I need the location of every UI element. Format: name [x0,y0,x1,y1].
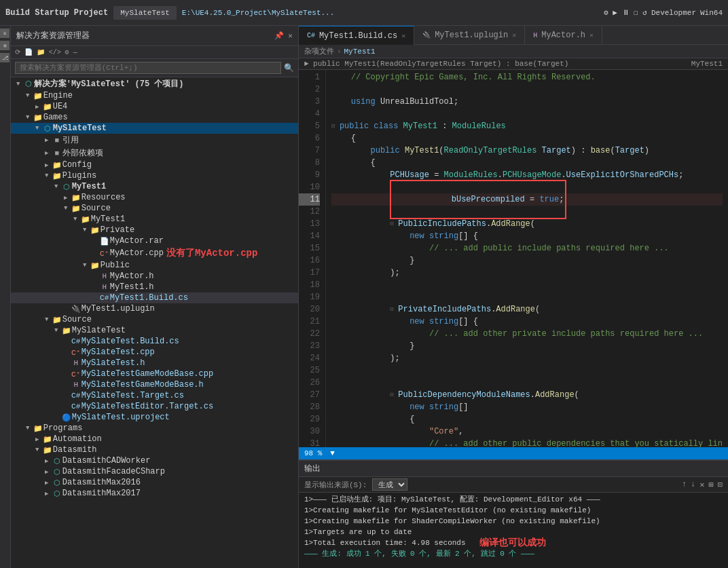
tree-container[interactable]: ▼ ⬡ 解决方案'MySlateTest' (75 个项目) ▼ 📁 Engin… [11,77,298,568]
output-icon-3[interactable]: ✕ [699,480,704,490]
output-line-3: 1>Creating makefile for ShaderCompileWor… [304,516,723,527]
sidebar-item-datasmith-cad[interactable]: ▶ ⬡ DatasmithCADWorker [11,455,298,466]
sidebar-item-source-plugin[interactable]: ▼ 📁 Source [11,203,298,214]
sidebar-item-mytest1-uplugin[interactable]: 🔌 MyTest1.uplugin [11,303,298,314]
collapse-13[interactable]: ⊟ [390,218,398,230]
public-icon: 📁 [90,261,101,270]
max2017-arrow: ▶ [42,490,52,497]
sidebar-item-myactor-cpp[interactable]: C⁺ MyActor.cpp 没有了MyActor.cpp [11,246,298,260]
filename-label: MyTest1 [691,60,723,68]
sidebar-item-source-games[interactable]: ▼ 📁 Source [11,314,298,325]
mytest1-inner-arrow: ▼ [71,216,80,223]
sidebar-item-gmb-h[interactable]: H MySlateTestGameModeBase.h [11,379,298,390]
sidebar-item-editor-target-cs[interactable]: C# MySlateTestEditor.Target.cs [11,401,298,412]
sidebar-item-programs[interactable]: ▼ 📁 Programs [11,423,298,434]
search-bar: 🔍 [11,59,298,77]
sidebar-item-myactor-h[interactable]: H MyActor.h [11,271,298,282]
mytest1-plugin-arrow: ▼ [52,183,61,190]
sidebar-item-mss-h[interactable]: H MySlateTest.h [11,358,298,368]
search-input[interactable] [15,62,281,74]
sidebar-item-gmb-cpp[interactable]: C⁺ MySlateTestGameModeBase.cpp [11,368,298,379]
tab-uplugin[interactable]: 🔌 MyTest1.uplugin ✕ [414,26,525,45]
sidebar-item-resources[interactable]: ▶ 📁 Resources [11,192,298,203]
sidebar-item-automation[interactable]: ▶ 📁 Automation [11,434,298,444]
sidebar-item-mytest1-plugin[interactable]: ▼ ⬡ MyTest1 [11,181,298,192]
path-content: ► public MyTest1(ReadOnlyTargetRules Tar… [304,60,568,68]
tab-myactor-h[interactable]: H MyActor.h ✕ [525,26,602,45]
output-annotation: 编译也可以成功 [479,537,546,548]
games-label: Games [43,113,68,122]
sidebar-item-public[interactable]: ▼ 📁 Public [11,260,298,271]
sidebar-item-config[interactable]: ▶ 📁 Config [11,159,298,170]
config-label[interactable]: Developmer [651,9,696,17]
sidebar-item-external[interactable]: ▶ ■ 外部依赖项 [11,147,298,159]
sync-icon[interactable]: ⟳ [15,48,20,56]
code-line-8: { [331,157,723,169]
myactor-cpp-label: MyActor.cpp [110,248,164,258]
sidebar-item-datasmith-max2017[interactable]: ▶ ⬡ DatasmithMax2017 [11,488,298,499]
sidebar-item-uproject[interactable]: 🔵 MySlateTest.uproject [11,412,298,423]
sidebar-item-datasmith-facade[interactable]: ▶ ⬡ DatasmithFacadeCSharp [11,466,298,477]
source-plugin-arrow: ▼ [61,205,71,212]
main-layout: ≡ ⊕ ⎇ 解决方案资源管理器 📌 ✕ ⟳ 📄 📁 </> ⚙ — 🔍 [0,26,728,568]
sidebar-item-datasmith[interactable]: ▼ 📁 Datasmith [11,444,298,455]
output-tab-label[interactable]: 输出 [304,463,321,474]
settings-icon[interactable]: ⚙ [65,48,69,56]
myslatetest-arrow: ▼ [33,125,42,132]
new-file-icon[interactable]: 📄 [24,48,33,56]
new-folder-icon[interactable]: 📁 [37,48,45,56]
scroll-indicator: ▼ [330,449,335,457]
output-icon-5[interactable]: ⊡ [718,480,723,490]
collapse-20[interactable]: ⊟ [390,303,398,316]
minus-icon[interactable]: — [73,49,77,56]
search-icon[interactable]: 🔍 [284,63,294,73]
source-plugin-label: Source [81,204,111,213]
activity-git[interactable]: ⎇ [0,53,10,62]
output-icon-4[interactable]: ⊞ [709,480,714,490]
sidebar-item-private[interactable]: ▼ 📁 Private [11,225,298,235]
sidebar-item-ue4[interactable]: ▶ 📁 UE4 [11,101,298,112]
output-source-select[interactable]: 生成 [372,478,407,491]
myslatetest-icon: ⬡ [42,124,53,133]
output-icon-1[interactable]: ↑ [682,480,687,490]
output-content: 1>——— 已启动生成: 项目: MySlateTest, 配置: Develo… [299,493,728,568]
myactor-rar-label: MyActor.rar [110,236,164,246]
sidebar-item-yinyong[interactable]: ▶ ■ 引用 [11,134,298,147]
activity-explorer[interactable]: ≡ [0,29,10,38]
close-sidebar-icon[interactable]: ✕ [288,31,293,40]
sidebar-item-target-cs[interactable]: C# MySlateTest.Target.cs [11,390,298,401]
sidebar-item-myactor-rar[interactable]: 📄 MyActor.rar [11,235,298,246]
code-content[interactable]: // Copyright Epic Games, Inc. All Rights… [326,70,728,447]
tab-uplugin-close[interactable]: ✕ [512,31,516,39]
breadcrumb-level2: MyTest1 [344,48,376,56]
collapse-27[interactable]: ⊟ [390,389,398,401]
sidebar-item-engine[interactable]: ▼ 📁 Engine [11,90,298,101]
code-line-5: ⊟ public class MyTest1 : ModuleRules [331,120,723,132]
sidebar-item-mytest1-build[interactable]: C# MyTest1.Build.cs [11,292,298,303]
tree-root[interactable]: ▼ ⬡ 解决方案'MySlateTest' (75 个项目) [11,77,298,90]
sidebar-item-plugins[interactable]: ▼ 📁 Plugins [11,170,298,181]
sidebar-item-mss-cpp[interactable]: C⁺ MySlateTest.cpp [11,347,298,358]
tab-build-cs[interactable]: C# MyTest1.Build.cs ✕ [299,26,414,45]
tab-myactor-h-label: MyActor.h [541,31,585,40]
sidebar-item-myslatetest-source[interactable]: ▼ 📁 MySlateTest [11,325,298,336]
tab-myslatetest[interactable]: MySlateTest [113,6,177,20]
mytest1-plugin-icon: ⬡ [61,183,72,191]
tab-myactor-h-close[interactable]: ✕ [589,31,594,39]
code-line-29: { [331,413,723,425]
output-icon-2[interactable]: ↓ [691,480,695,490]
platform-label[interactable]: Win64 [700,9,723,17]
myactor-rar-icon: 📄 [99,237,110,246]
sidebar-item-datasmith-max[interactable]: ▶ ⬡ DatasmithMax2016 [11,477,298,488]
sidebar-item-myslatetest-build[interactable]: C# MySlateTest.Build.cs [11,336,298,347]
pin-icon[interactable]: 📌 [274,31,284,40]
tab-build-cs-close[interactable]: ✕ [401,32,405,40]
sidebar-item-mytest1-h[interactable]: H MyTest1.h [11,282,298,292]
mytest1-uplugin-label: MyTest1.uplugin [81,304,155,314]
sidebar-item-mytest1-inner[interactable]: ▼ 📁 MyTest1 [11,214,298,225]
sidebar-item-games[interactable]: ▼ 📁 Games [11,112,298,123]
collapse-5[interactable]: ⊟ [331,120,340,132]
activity-search[interactable]: ⊕ [0,41,10,50]
code-icon[interactable]: </> [49,49,61,56]
sidebar-item-myslatetest[interactable]: ▼ ⬡ MySlateTest [11,123,298,134]
